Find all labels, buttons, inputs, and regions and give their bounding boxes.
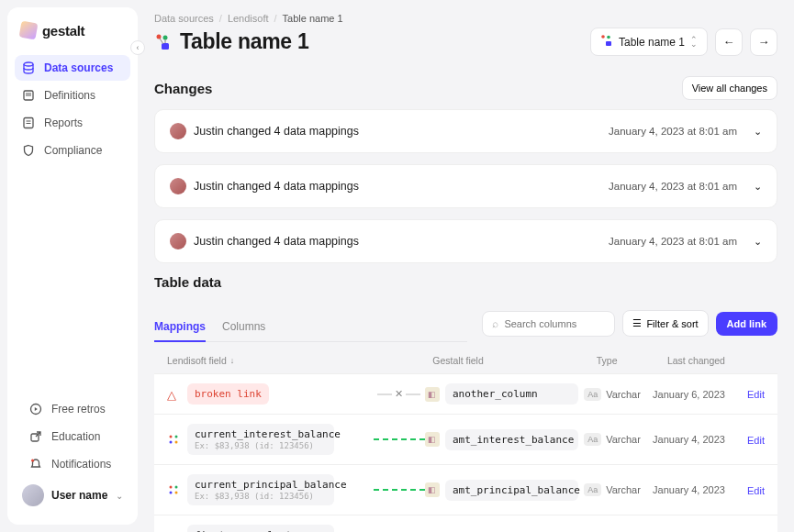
- change-text: Justin changed 4 data mappings: [194, 180, 609, 193]
- svg-point-25: [175, 492, 178, 494]
- lendisoft-field: current_principal_balanceEx: $83,938 (id…: [187, 474, 334, 505]
- chevron-down-icon[interactable]: ⌄: [754, 236, 762, 248]
- prev-table-button[interactable]: ←: [715, 28, 743, 56]
- changes-heading: Changes: [154, 81, 212, 96]
- add-link-button[interactable]: Add link: [716, 312, 777, 336]
- lendisoft-field: current_interest_balanceEx: $83,938 (id:…: [187, 424, 334, 455]
- type-badge-icon: Aa: [584, 483, 601, 496]
- search-icon: ⌕: [492, 317, 498, 330]
- nav-notifications[interactable]: Notifications: [22, 451, 123, 477]
- link-connector: [374, 489, 425, 491]
- nav-free-retros[interactable]: Free retros: [22, 396, 123, 422]
- change-card[interactable]: Justin changed 4 data mappingsJanuary 4,…: [154, 219, 777, 263]
- nav-label: Data sources: [44, 61, 113, 74]
- cube-icon: ◧: [425, 432, 440, 447]
- external-link-icon: [29, 430, 42, 443]
- svg-point-10: [157, 34, 162, 39]
- change-time: January 4, 2023 at 8:01 am: [609, 181, 737, 192]
- tab-mappings[interactable]: Mappings: [154, 313, 206, 342]
- bell-icon: [29, 458, 42, 471]
- change-time: January 4, 2023 at 8:01 am: [609, 126, 737, 137]
- reports-icon: [22, 116, 35, 129]
- edit-link[interactable]: Edit: [747, 435, 765, 446]
- chevron-down-icon: ⌄: [116, 491, 123, 501]
- logo-mark-icon: [19, 21, 39, 40]
- main: Data sources/Lendisoft/Table name 1 Tabl…: [138, 0, 794, 532]
- table-link-icon: [154, 33, 173, 51]
- definitions-icon: [22, 89, 35, 102]
- filter-icon: ☰: [632, 317, 642, 329]
- chevron-down-icon[interactable]: ⌄: [754, 126, 762, 138]
- last-changed: January 4, 2023: [653, 434, 747, 445]
- svg-point-23: [175, 486, 178, 489]
- edit-link[interactable]: Edit: [747, 389, 765, 400]
- sidebar: ‹ gestalt Data sourcesDefinitionsReports…: [7, 7, 138, 525]
- breadcrumb-item[interactable]: Data sources: [154, 13, 214, 24]
- logo[interactable]: gestalt: [7, 18, 138, 55]
- lendisoft-field: broken link: [187, 383, 269, 405]
- link-connector: ✕: [374, 388, 425, 400]
- type-value: Varchar: [606, 389, 641, 400]
- nav-label: Compliance: [44, 144, 102, 157]
- svg-point-22: [170, 486, 173, 489]
- avatar: [170, 178, 186, 194]
- change-card[interactable]: Justin changed 4 data mappingsJanuary 4,…: [154, 164, 777, 208]
- view-all-changes-button[interactable]: View all changes: [682, 76, 777, 100]
- svg-rect-12: [162, 43, 169, 50]
- edit-link[interactable]: Edit: [747, 485, 765, 496]
- chevron-down-icon[interactable]: ⌄: [754, 181, 762, 193]
- field-icon: [167, 483, 180, 496]
- svg-point-0: [24, 62, 33, 66]
- tab-columns[interactable]: Columns: [222, 313, 265, 342]
- filter-sort-button[interactable]: ☰ Filter & sort: [622, 310, 708, 337]
- gestalt-field: another_column: [445, 383, 578, 405]
- next-table-button[interactable]: →: [750, 28, 777, 56]
- svg-point-18: [170, 436, 173, 438]
- sidebar-collapse[interactable]: ‹: [130, 40, 145, 55]
- search-input[interactable]: [504, 318, 605, 329]
- breadcrumb-item[interactable]: Lendisoft: [228, 13, 269, 24]
- nav-definitions[interactable]: Definitions: [15, 83, 130, 108]
- search-columns[interactable]: ⌕: [482, 311, 615, 337]
- table-row: △broken link✕◧another_columnAaVarcharJan…: [154, 373, 777, 414]
- table-picker[interactable]: Table name 1 ⌃⌄: [590, 28, 708, 56]
- user-menu[interactable]: User name ⌄: [15, 477, 130, 514]
- breadcrumb-item: Table name 1: [283, 13, 343, 24]
- svg-point-21: [175, 441, 178, 444]
- breadcrumb: Data sources/Lendisoft/Table name 1: [154, 13, 777, 24]
- sort-desc-icon[interactable]: ↓: [230, 356, 235, 365]
- svg-line-13: [160, 39, 163, 44]
- nav-data-sources[interactable]: Data sources: [15, 55, 130, 81]
- svg-point-19: [175, 436, 178, 438]
- nav-reports[interactable]: Reports: [15, 110, 130, 136]
- lendisoft-field: firstname + lastname + middleinitialEx: …: [187, 525, 334, 532]
- type-value: Varchar: [606, 484, 641, 495]
- svg-point-20: [170, 441, 173, 444]
- avatar: [22, 484, 44, 506]
- shield-icon: [22, 144, 35, 157]
- select-chevron-icon: ⌃⌄: [690, 38, 698, 47]
- nav-education[interactable]: Education: [22, 424, 123, 449]
- table-row: current_interest_balanceEx: $83,938 (id:…: [154, 414, 777, 464]
- nav-label: Notifications: [51, 458, 111, 471]
- nav-main: Data sourcesDefinitionsReportsCompliance: [7, 55, 138, 163]
- table-data-heading: Table data: [154, 274, 777, 290]
- type-value: Varchar: [606, 434, 641, 445]
- change-card[interactable]: Justin changed 4 data mappingsJanuary 4,…: [154, 109, 777, 153]
- logo-text: gestalt: [42, 23, 84, 39]
- nav-label: Reports: [44, 116, 83, 129]
- picker-value: Table name 1: [619, 36, 685, 49]
- cube-icon: ◧: [425, 482, 440, 497]
- database-icon: [22, 61, 35, 74]
- nav-secondary: Free retrosEducationNotifications: [15, 396, 130, 477]
- table-row: firstname + lastname + middleinitialEx: …: [154, 515, 777, 532]
- last-changed: January 4, 2023: [653, 484, 747, 495]
- avatar: [170, 233, 186, 249]
- gestalt-field: amt_interest_balance: [445, 429, 578, 450]
- nav-compliance[interactable]: Compliance: [15, 138, 130, 163]
- nav-label: Definitions: [44, 89, 95, 102]
- svg-point-9: [31, 460, 34, 462]
- svg-point-24: [170, 492, 173, 494]
- svg-point-16: [607, 36, 610, 39]
- play-circle-icon: [29, 403, 42, 416]
